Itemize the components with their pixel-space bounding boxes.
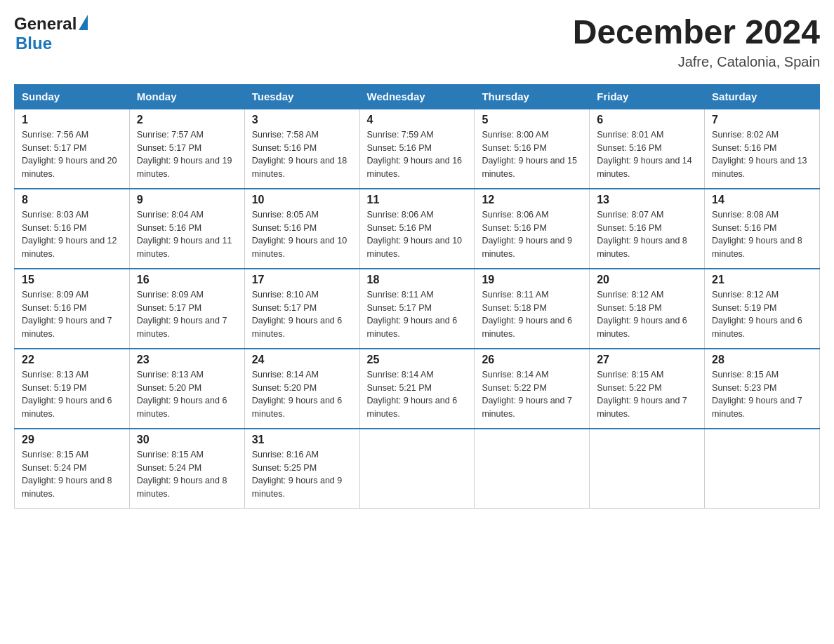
calendar-cell: 31 Sunrise: 8:16 AMSunset: 5:25 PMDaylig… bbox=[244, 429, 359, 509]
day-info: Sunrise: 8:11 AMSunset: 5:17 PMDaylight:… bbox=[367, 290, 458, 339]
day-number: 3 bbox=[252, 114, 352, 126]
calendar-cell bbox=[705, 429, 820, 509]
calendar-cell: 10 Sunrise: 8:05 AMSunset: 5:16 PMDaylig… bbox=[244, 189, 359, 269]
day-number: 30 bbox=[137, 434, 237, 446]
calendar-cell bbox=[475, 429, 590, 509]
day-info: Sunrise: 8:13 AMSunset: 5:20 PMDaylight:… bbox=[137, 370, 227, 419]
day-info: Sunrise: 8:09 AMSunset: 5:17 PMDaylight:… bbox=[137, 290, 227, 339]
day-number: 24 bbox=[252, 354, 352, 366]
day-info: Sunrise: 7:56 AMSunset: 5:17 PMDaylight:… bbox=[22, 130, 117, 179]
calendar-cell: 7 Sunrise: 8:02 AMSunset: 5:16 PMDayligh… bbox=[705, 109, 820, 189]
calendar-body: 1 Sunrise: 7:56 AMSunset: 5:17 PMDayligh… bbox=[15, 109, 820, 509]
day-number: 17 bbox=[252, 274, 352, 286]
month-title: December 2024 bbox=[573, 14, 820, 51]
calendar-table: SundayMondayTuesdayWednesdayThursdayFrid… bbox=[14, 84, 820, 509]
day-info: Sunrise: 8:05 AMSunset: 5:16 PMDaylight:… bbox=[252, 210, 348, 259]
calendar-cell: 2 Sunrise: 7:57 AMSunset: 5:17 PMDayligh… bbox=[129, 109, 244, 189]
day-info: Sunrise: 8:11 AMSunset: 5:18 PMDaylight:… bbox=[482, 290, 572, 339]
day-info: Sunrise: 8:16 AMSunset: 5:25 PMDaylight:… bbox=[252, 450, 343, 499]
day-info: Sunrise: 8:14 AMSunset: 5:22 PMDaylight:… bbox=[482, 370, 572, 419]
day-number: 28 bbox=[712, 354, 812, 366]
day-info: Sunrise: 8:06 AMSunset: 5:16 PMDaylight:… bbox=[367, 210, 463, 259]
logo-triangle-icon bbox=[79, 15, 88, 30]
calendar-cell: 29 Sunrise: 8:15 AMSunset: 5:24 PMDaylig… bbox=[15, 429, 130, 509]
day-number: 10 bbox=[252, 194, 352, 206]
day-number: 13 bbox=[597, 194, 697, 206]
logo-general-text: General bbox=[14, 14, 77, 34]
day-number: 21 bbox=[712, 274, 812, 286]
calendar-header-row: SundayMondayTuesdayWednesdayThursdayFrid… bbox=[15, 84, 820, 109]
day-number: 14 bbox=[712, 194, 812, 206]
calendar-cell: 9 Sunrise: 8:04 AMSunset: 5:16 PMDayligh… bbox=[129, 189, 244, 269]
day-info: Sunrise: 8:10 AMSunset: 5:17 PMDaylight:… bbox=[252, 290, 343, 339]
calendar-week-row: 8 Sunrise: 8:03 AMSunset: 5:16 PMDayligh… bbox=[15, 189, 820, 269]
day-header-monday: Monday bbox=[129, 84, 244, 109]
day-number: 29 bbox=[22, 434, 122, 446]
day-number: 23 bbox=[137, 354, 237, 366]
day-info: Sunrise: 8:06 AMSunset: 5:16 PMDaylight:… bbox=[482, 210, 572, 259]
calendar-cell: 16 Sunrise: 8:09 AMSunset: 5:17 PMDaylig… bbox=[129, 269, 244, 349]
calendar-cell: 27 Sunrise: 8:15 AMSunset: 5:22 PMDaylig… bbox=[590, 349, 705, 429]
calendar-cell: 17 Sunrise: 8:10 AMSunset: 5:17 PMDaylig… bbox=[244, 269, 359, 349]
day-number: 9 bbox=[137, 194, 237, 206]
day-header-tuesday: Tuesday bbox=[244, 84, 359, 109]
calendar-cell: 1 Sunrise: 7:56 AMSunset: 5:17 PMDayligh… bbox=[15, 109, 130, 189]
day-info: Sunrise: 7:59 AMSunset: 5:16 PMDaylight:… bbox=[367, 130, 463, 179]
calendar-cell bbox=[590, 429, 705, 509]
day-number: 7 bbox=[712, 114, 812, 126]
day-number: 6 bbox=[597, 114, 697, 126]
calendar-cell: 20 Sunrise: 8:12 AMSunset: 5:18 PMDaylig… bbox=[590, 269, 705, 349]
day-info: Sunrise: 8:12 AMSunset: 5:19 PMDaylight:… bbox=[712, 290, 802, 339]
calendar-cell: 25 Sunrise: 8:14 AMSunset: 5:21 PMDaylig… bbox=[359, 349, 475, 429]
calendar-cell: 6 Sunrise: 8:01 AMSunset: 5:16 PMDayligh… bbox=[590, 109, 705, 189]
calendar-week-row: 1 Sunrise: 7:56 AMSunset: 5:17 PMDayligh… bbox=[15, 109, 820, 189]
day-number: 20 bbox=[597, 274, 697, 286]
day-info: Sunrise: 8:03 AMSunset: 5:16 PMDaylight:… bbox=[22, 210, 117, 259]
logo: General Blue bbox=[14, 14, 88, 53]
day-header-friday: Friday bbox=[590, 84, 705, 109]
calendar-cell: 19 Sunrise: 8:11 AMSunset: 5:18 PMDaylig… bbox=[475, 269, 590, 349]
day-number: 22 bbox=[22, 354, 122, 366]
day-number: 15 bbox=[22, 274, 122, 286]
calendar-cell: 18 Sunrise: 8:11 AMSunset: 5:17 PMDaylig… bbox=[359, 269, 475, 349]
day-info: Sunrise: 8:12 AMSunset: 5:18 PMDaylight:… bbox=[597, 290, 687, 339]
calendar-cell: 26 Sunrise: 8:14 AMSunset: 5:22 PMDaylig… bbox=[475, 349, 590, 429]
calendar-week-row: 29 Sunrise: 8:15 AMSunset: 5:24 PMDaylig… bbox=[15, 429, 820, 509]
calendar-week-row: 22 Sunrise: 8:13 AMSunset: 5:19 PMDaylig… bbox=[15, 349, 820, 429]
day-number: 1 bbox=[22, 114, 122, 126]
calendar-cell: 11 Sunrise: 8:06 AMSunset: 5:16 PMDaylig… bbox=[359, 189, 475, 269]
day-info: Sunrise: 8:01 AMSunset: 5:16 PMDaylight:… bbox=[597, 130, 692, 179]
day-number: 8 bbox=[22, 194, 122, 206]
logo-blue-text: Blue bbox=[14, 34, 52, 53]
calendar-cell: 14 Sunrise: 8:08 AMSunset: 5:16 PMDaylig… bbox=[705, 189, 820, 269]
calendar-cell bbox=[359, 429, 475, 509]
day-number: 16 bbox=[137, 274, 237, 286]
day-number: 25 bbox=[367, 354, 468, 366]
day-info: Sunrise: 8:09 AMSunset: 5:16 PMDaylight:… bbox=[22, 290, 112, 339]
day-info: Sunrise: 8:04 AMSunset: 5:16 PMDaylight:… bbox=[137, 210, 232, 259]
day-info: Sunrise: 8:00 AMSunset: 5:16 PMDaylight:… bbox=[482, 130, 577, 179]
calendar-cell: 8 Sunrise: 8:03 AMSunset: 5:16 PMDayligh… bbox=[15, 189, 130, 269]
calendar-cell: 15 Sunrise: 8:09 AMSunset: 5:16 PMDaylig… bbox=[15, 269, 130, 349]
page-header: General Blue December 2024 Jafre, Catalo… bbox=[14, 14, 820, 70]
calendar-cell: 23 Sunrise: 8:13 AMSunset: 5:20 PMDaylig… bbox=[129, 349, 244, 429]
day-number: 19 bbox=[482, 274, 582, 286]
day-info: Sunrise: 8:13 AMSunset: 5:19 PMDaylight:… bbox=[22, 370, 112, 419]
calendar-cell: 3 Sunrise: 7:58 AMSunset: 5:16 PMDayligh… bbox=[244, 109, 359, 189]
title-area: December 2024 Jafre, Catalonia, Spain bbox=[573, 14, 820, 70]
day-info: Sunrise: 8:08 AMSunset: 5:16 PMDaylight:… bbox=[712, 210, 802, 259]
calendar-cell: 13 Sunrise: 8:07 AMSunset: 5:16 PMDaylig… bbox=[590, 189, 705, 269]
calendar-cell: 22 Sunrise: 8:13 AMSunset: 5:19 PMDaylig… bbox=[15, 349, 130, 429]
day-info: Sunrise: 8:15 AMSunset: 5:24 PMDaylight:… bbox=[22, 450, 112, 499]
day-number: 31 bbox=[252, 434, 352, 446]
day-info: Sunrise: 8:15 AMSunset: 5:23 PMDaylight:… bbox=[712, 370, 802, 419]
calendar-cell: 4 Sunrise: 7:59 AMSunset: 5:16 PMDayligh… bbox=[359, 109, 475, 189]
calendar-cell: 12 Sunrise: 8:06 AMSunset: 5:16 PMDaylig… bbox=[475, 189, 590, 269]
calendar-week-row: 15 Sunrise: 8:09 AMSunset: 5:16 PMDaylig… bbox=[15, 269, 820, 349]
calendar-cell: 24 Sunrise: 8:14 AMSunset: 5:20 PMDaylig… bbox=[244, 349, 359, 429]
day-number: 2 bbox=[137, 114, 237, 126]
day-number: 18 bbox=[367, 274, 468, 286]
day-info: Sunrise: 8:02 AMSunset: 5:16 PMDaylight:… bbox=[712, 130, 807, 179]
day-number: 12 bbox=[482, 194, 582, 206]
calendar-cell: 5 Sunrise: 8:00 AMSunset: 5:16 PMDayligh… bbox=[475, 109, 590, 189]
